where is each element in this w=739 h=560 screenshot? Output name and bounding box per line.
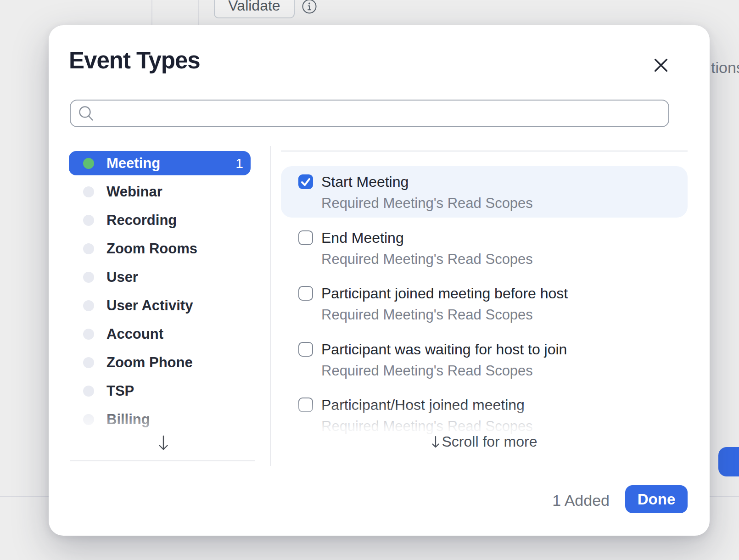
category-dot-icon	[83, 329, 94, 340]
event-title: Start Meeting	[321, 174, 533, 190]
sidebar-item-label: Recording	[106, 212, 177, 229]
panel-top-divider	[281, 151, 688, 151]
event-title: Participant joined meeting before host	[321, 286, 568, 301]
event-row-end-meeting[interactable]: End MeetingRequired Meeting's Read Scope…	[298, 230, 675, 266]
sidebar-item-label: User Activity	[106, 297, 193, 314]
category-dot-icon	[83, 414, 94, 425]
sidebar-item-zoom-rooms[interactable]: Zoom Rooms	[69, 236, 251, 261]
sidebar-item-label: Billing	[106, 411, 150, 428]
sidebar-item-recording[interactable]: Recording	[69, 208, 251, 232]
category-dot-icon	[83, 357, 94, 368]
scroll-for-more-hint: Scroll for more	[281, 433, 688, 450]
event-row-participant-was-waiting-for-host-to-join[interactable]: Participant was waiting for host to join…	[298, 342, 675, 378]
event-texts: Participant/Host joined meetingRequired …	[321, 398, 533, 433]
sidebar-item-count: 1	[235, 156, 243, 171]
search-box	[70, 100, 669, 127]
validate-button[interactable]: Validate	[214, 0, 295, 18]
sidebar-item-zoom-phone[interactable]: Zoom Phone	[69, 350, 251, 375]
sidebar-item-label: User	[106, 269, 138, 286]
event-title: Participant/Host joined meeting	[321, 398, 533, 413]
event-required-scopes: Required Meeting's Read Scopes	[321, 419, 533, 433]
close-icon	[654, 58, 668, 73]
event-types-modal: Event Types Meeting1WebinarRecordingZoom…	[49, 25, 710, 536]
event-required-scopes: Required Meeting's Read Scopes	[321, 364, 567, 378]
category-dot-icon	[83, 186, 94, 197]
sidebar-item-label: Meeting	[106, 155, 160, 172]
event-row-participant-joined-meeting-before-host[interactable]: Participant joined meeting before hostRe…	[298, 286, 675, 322]
scroll-for-more-label: Scroll for more	[442, 433, 537, 450]
checkbox-checked[interactable]	[298, 174, 313, 189]
check-icon	[298, 174, 313, 189]
category-dot-icon	[83, 272, 94, 283]
sidebar-item-billing[interactable]: Billing	[69, 407, 251, 431]
category-dot-icon	[83, 300, 94, 311]
sidebar-item-label: Zoom Rooms	[106, 241, 197, 257]
checkbox-unchecked[interactable]	[298, 342, 313, 357]
event-title: End Meeting	[321, 230, 533, 246]
event-category-sidebar: Meeting1WebinarRecordingZoom RoomsUserUs…	[69, 146, 251, 467]
search-input[interactable]	[99, 102, 664, 126]
screen: Validate tions Event Types Me	[0, 0, 739, 560]
event-texts: Participant joined meeting before hostRe…	[321, 286, 568, 322]
event-row-start-meeting[interactable]: Start MeetingRequired Meeting's Read Sco…	[298, 174, 675, 210]
event-row-participant-host-joined-meeting[interactable]: Participant/Host joined meetingRequired …	[298, 398, 675, 433]
event-texts: Start MeetingRequired Meeting's Read Sco…	[321, 174, 533, 210]
sidebar-item-meeting[interactable]: Meeting1	[69, 151, 251, 175]
checkbox-unchecked[interactable]	[298, 398, 313, 412]
sidebar-item-user-activity[interactable]: User Activity	[69, 293, 251, 318]
sidebar-item-user[interactable]: User	[69, 265, 251, 289]
info-icon[interactable]	[301, 0, 318, 17]
event-required-scopes: Required Meeting's Read Scopes	[321, 308, 568, 322]
clipped-background-text: tions	[711, 59, 739, 77]
scroll-down-arrow-icon	[157, 435, 169, 454]
event-texts: Participant was waiting for host to join…	[321, 342, 567, 378]
event-texts: End MeetingRequired Meeting's Read Scope…	[321, 230, 533, 266]
partial-blue-button[interactable]	[718, 447, 739, 476]
event-list-panel: Start MeetingRequired Meeting's Read Sco…	[281, 151, 688, 472]
page-column-divider	[198, 0, 199, 26]
sidebar-bottom-divider	[70, 460, 255, 461]
checkbox-unchecked[interactable]	[298, 286, 313, 301]
page-column-divider	[151, 0, 152, 26]
sidebar-item-label: Account	[106, 326, 163, 342]
done-button-label: Done	[638, 491, 676, 508]
sidebar-item-label: Zoom Phone	[106, 354, 193, 371]
sidebar-item-label: TSP	[106, 383, 134, 399]
search-icon	[78, 106, 95, 122]
vertical-divider	[270, 146, 271, 466]
event-title: Participant was waiting for host to join	[321, 342, 567, 357]
scroll-down-arrow-icon	[431, 435, 440, 449]
category-dot-icon	[83, 386, 94, 397]
sidebar-item-account[interactable]: Account	[69, 322, 251, 346]
event-required-scopes: Required Meeting's Read Scopes	[321, 196, 533, 210]
category-dot-icon	[83, 158, 94, 169]
event-required-scopes: Required Meeting's Read Scopes	[321, 252, 533, 266]
validate-button-label: Validate	[228, 0, 280, 14]
sidebar-item-label: Webinar	[106, 184, 162, 200]
done-button[interactable]: Done	[625, 485, 688, 513]
modal-title: Event Types	[69, 49, 200, 73]
added-count-label: 1 Added	[552, 492, 610, 510]
checkbox-unchecked[interactable]	[298, 230, 313, 245]
sidebar-item-webinar[interactable]: Webinar	[69, 179, 251, 204]
sidebar-item-tsp[interactable]: TSP	[69, 379, 251, 403]
category-dot-icon	[83, 215, 94, 226]
close-button[interactable]	[648, 53, 674, 78]
category-dot-icon	[83, 243, 94, 254]
